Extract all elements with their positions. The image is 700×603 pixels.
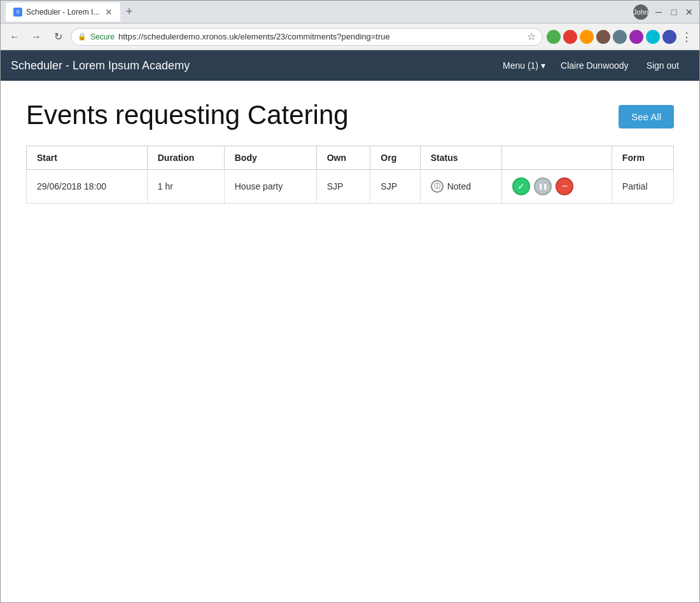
tab-close-button[interactable]: ✕ — [105, 7, 113, 17]
col-start: Start — [27, 146, 148, 170]
page-title-text: Events requesting Catering — [26, 100, 349, 130]
extension-icon-4[interactable] — [613, 30, 627, 44]
cell-own: SJP — [316, 170, 370, 204]
toolbar-icons: ⋮ — [547, 29, 694, 45]
minimize-button[interactable]: ─ — [654, 7, 664, 17]
menu-button[interactable]: Menu (1) ▾ — [495, 57, 553, 74]
extension-icon-7[interactable] — [662, 30, 676, 44]
secure-text: Secure — [90, 32, 115, 41]
maximize-button[interactable]: □ — [669, 7, 679, 17]
col-body: Body — [224, 146, 316, 170]
browser-window: S Scheduler - Lorem I... ✕ + John ─ □ ✕ … — [0, 0, 700, 603]
main-content: Events requesting Catering See All Start… — [1, 81, 699, 602]
see-all-button[interactable]: See All — [619, 105, 674, 128]
cell-org: SJP — [370, 170, 420, 204]
extension-icon-3[interactable] — [596, 30, 610, 44]
cell-start: 29/06/2018 18:00 — [27, 170, 148, 204]
app-navbar: Scheduler - Lorem Ipsum Academy Menu (1)… — [1, 50, 699, 81]
extension-icon-2[interactable] — [580, 30, 594, 44]
col-actions — [502, 146, 612, 170]
forward-button[interactable]: → — [27, 28, 45, 46]
events-table: Start Duration Body Own Org Status Form … — [26, 146, 674, 204]
bookmark-icon[interactable]: ☆ — [527, 31, 536, 43]
tab-title: Scheduler - Lorem I... — [26, 8, 101, 17]
cell-form: Partial — [612, 170, 673, 204]
secure-icon: 🔒 — [78, 32, 87, 41]
user-name: Claire Dunwoody — [553, 57, 636, 74]
extension-icon-5[interactable] — [629, 30, 643, 44]
reload-button[interactable]: ↻ — [49, 28, 67, 46]
svg-point-0 — [549, 32, 558, 41]
col-org: Org — [370, 146, 420, 170]
noted-icon: ⓘ — [431, 180, 444, 193]
app-title: Scheduler - Lorem Ipsum Academy — [11, 59, 495, 73]
col-duration: Duration — [147, 146, 224, 170]
cell-status: ⓘ Noted — [420, 170, 502, 204]
new-tab-button[interactable]: + — [120, 3, 138, 21]
action-icons-group: ✓ ❚❚ − — [512, 177, 601, 195]
menu-button[interactable]: ⋮ — [679, 29, 694, 45]
back-button[interactable]: ← — [6, 28, 24, 46]
col-own: Own — [316, 146, 370, 170]
url-bar[interactable]: 🔒 Secure https://schedulerdemo.xronos.uk… — [71, 28, 543, 46]
col-form: Form — [612, 146, 673, 170]
table-row: 29/06/2018 18:00 1 hr House party SJP SJ… — [27, 170, 674, 204]
col-status: Status — [420, 146, 502, 170]
chrome-icon[interactable] — [547, 30, 561, 44]
cell-duration: 1 hr — [147, 170, 224, 204]
extension-icon-1[interactable] — [563, 30, 577, 44]
active-tab[interactable]: S Scheduler - Lorem I... ✕ — [6, 3, 120, 22]
close-button[interactable]: ✕ — [684, 7, 694, 17]
window-controls: John ─ □ ✕ — [633, 4, 694, 20]
status-cell: ⓘ Noted — [431, 180, 492, 193]
approve-button[interactable]: ✓ — [512, 177, 530, 195]
pause-button[interactable]: ❚❚ — [534, 177, 552, 195]
cell-action-icons: ✓ ❚❚ − — [502, 170, 612, 204]
status-text: Noted — [447, 181, 471, 191]
address-bar: ← → ↻ 🔒 Secure https://schedulerdemo.xro… — [1, 24, 699, 50]
url-text: https://schedulerdemo.xronos.uk/elements… — [118, 32, 523, 41]
extension-icon-6[interactable] — [646, 30, 660, 44]
browser-user-icon[interactable]: John — [633, 4, 648, 20]
table-header-row: Start Duration Body Own Org Status Form — [27, 146, 674, 170]
sign-out-link[interactable]: Sign out — [636, 57, 689, 74]
page-title-area: Events requesting Catering See All — [26, 100, 674, 130]
reject-button[interactable]: − — [556, 177, 573, 195]
cell-body: House party — [224, 170, 316, 204]
tab-favicon: S — [13, 8, 22, 17]
title-bar: S Scheduler - Lorem I... ✕ + John ─ □ ✕ — [1, 1, 699, 24]
